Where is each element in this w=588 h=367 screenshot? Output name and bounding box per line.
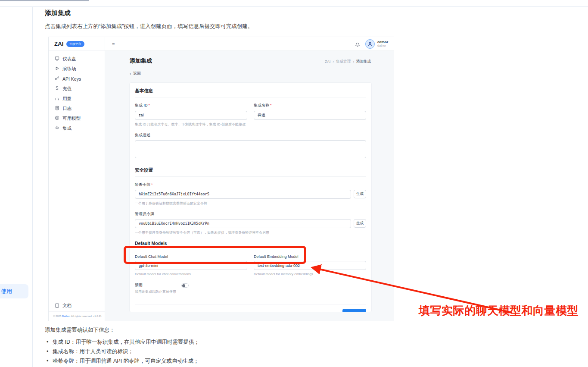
app-logo-row[interactable]: ZAI 开放平台 [49,37,105,51]
sidebar-item-usage[interactable]: 用量 [49,94,105,104]
sidebar-item-logs[interactable]: 日志 [49,104,105,113]
docs-book-icon [55,303,59,309]
disable-help: 禁用此集成以防止其被使用 [135,289,176,294]
section-basic-info: 基本信息 [135,87,366,97]
back-button[interactable]: ‹ 返回 [130,71,141,76]
menu-icon[interactable]: ≡ [112,41,115,47]
required-mark: * [270,103,272,107]
copyright-prefix: © 2025 [53,315,62,317]
integration-name-input[interactable] [254,111,366,120]
integration-id-input[interactable] [135,111,247,120]
logs-icon [55,106,59,111]
user-avatar[interactable] [365,39,375,49]
sidebar-item-label: 仪表盘 [62,56,76,62]
admin-token-help: 一个用于管理员身份验证的安全令牌（可选），如果未提供，管理员身份验证将不会启用 [135,230,366,235]
list-item: 哈希令牌：用于调用普通 API 的令牌，可自定义或自动生成； [47,356,199,366]
copyright-brand-link[interactable]: Dathor. [62,315,70,317]
breadcrumb-item[interactable]: ZAI [325,60,330,64]
usage-chart-icon [55,96,59,101]
sidebar-item-integration[interactable]: 集成 [49,123,105,133]
admin-token-generate-button[interactable]: 生成 [354,219,366,228]
description-textarea[interactable] [135,140,366,158]
sidebar-item-label: 充值 [62,86,72,92]
label-text: 集成名称 [254,103,269,107]
sidebar-item-docs[interactable]: 文档 [49,300,105,311]
section-security: 安全设置 [135,166,366,177]
confirm-list: 集成 ID：用于唯一标识集成，在其他应用中调用时需要提供； 集成名称：用于人类可… [47,337,199,366]
sidebar-item-dashboard[interactable]: 仪表盘 [49,54,105,64]
copyright-suffix: All rights reserved. v1.0.21 [70,315,101,317]
confirm-heading: 添加集成需要确认如下信息： [45,326,115,334]
user-menu[interactable]: dathor dathor [377,40,388,47]
key-icon [55,76,59,82]
breadcrumb-current: 添加集成 [356,59,371,64]
sidebar-item-api-keys[interactable]: API Keys [49,74,105,84]
required-mark: * [151,182,153,187]
copyright-text: © 2025 Dathor. All rights reserved. v1.0… [49,311,105,321]
integration-name-label: 集成名称* [254,103,366,108]
models-icon [55,116,59,121]
brand-logo: ZAI [54,41,64,47]
docs-sidebar-item-usage[interactable]: 使用 [0,284,28,298]
app-topbar: ≡ dathor dathor [105,37,394,51]
sidebar-item-models[interactable]: 可用模型 [49,113,105,123]
breadcrumb: ZAI › 集成管理 › 添加集成 [325,59,371,64]
user-name: dathor [377,40,388,44]
sidebar-divider [32,7,33,367]
doc-section-title: 添加集成 [45,9,71,17]
annotation-highlight-box [124,246,306,264]
hash-token-generate-button[interactable]: 生成 [354,190,366,198]
hash-token-help: 一个用于身份验证和数据完整性验证的安全令牌 [135,201,366,206]
integration-id-help: 集成 ID 只能包含字母、数字、下划线和连字符，集成 ID 创建后不能修改 [135,122,247,127]
app-sidebar: ZAI 开放平台 仪表盘 演练场 API Keys 充值 [49,37,105,321]
disable-toggle[interactable] [181,283,189,288]
docs-sidebar-item-label: 使用 [1,288,12,295]
doc-intro-text: 点击集成列表右上方的“添加集成”按钮，进入创建页面，填写信息后提交即可完成创建。 [45,23,253,30]
page-title: 添加集成 [130,57,152,65]
docs-page: 使用 添加集成 点击集成列表右上方的“添加集成”按钮，进入创建页面，填写信息后提… [0,0,588,367]
admin-token-label: 管理员令牌 [135,211,366,217]
sidebar-item-recharge[interactable]: 充值 [49,84,105,94]
admin-token-input[interactable] [135,219,351,228]
back-label: 返回 [133,71,141,76]
sidebar-item-label: 文档 [62,303,72,309]
chat-model-help: Default model for chat conversations [135,272,247,276]
dollar-icon [55,86,59,91]
chevron-left-icon: ‹ [130,72,131,76]
list-item: 集成名称：用于人类可读的标识； [47,347,199,356]
hash-token-label: 哈希令牌* [135,182,366,188]
breadcrumb-item[interactable]: 集成管理 [336,59,351,64]
sidebar-item-label: 日志 [62,106,72,112]
sidebar-item-label: API Keys [62,76,81,82]
top-bar-artifact [0,0,89,1]
page-top-divider [0,6,588,7]
label-text: 哈希令牌 [135,182,150,187]
sidebar-item-label: 用量 [62,96,72,102]
breadcrumb-separator: › [353,60,354,64]
hash-token-input[interactable] [135,190,351,199]
integration-id-label: 集成 ID* [135,103,247,108]
sidebar-item-label: 演练场 [62,66,76,72]
playground-icon [55,66,59,72]
annotation-text: 填写实际的聊天模型和向量模型 [419,303,579,318]
breadcrumb-separator: › [333,60,334,64]
dashboard-icon [55,56,59,62]
brand-badge: 开放平台 [66,41,84,47]
app-nav: 仪表盘 演练场 API Keys 充值 用量 [49,51,105,133]
bell-icon[interactable] [355,41,360,47]
user-subtitle: dathor [377,44,388,47]
sidebar-item-label: 集成 [62,125,72,132]
sidebar-item-playground[interactable]: 演练场 [49,64,105,74]
label-text: 集成 ID [135,103,148,107]
toggle-knob [182,284,185,287]
integration-icon [55,125,59,131]
disable-label: 禁用 [135,282,176,288]
sidebar-item-label: 可用模型 [62,116,81,122]
description-label: 集成描述 [135,132,366,138]
list-item: 集成 ID：用于唯一标识集成，在其他应用中调用时需要提供； [47,337,199,347]
required-mark: * [149,103,150,107]
